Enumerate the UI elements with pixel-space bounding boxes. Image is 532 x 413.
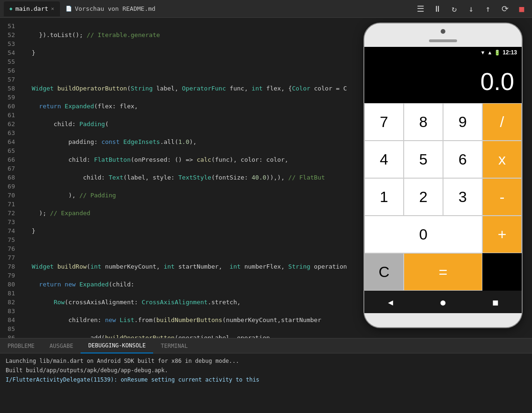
bottom-panel: PROBLEME AUSGABE DEBUGGING-KONSOLE TERMI… xyxy=(0,338,532,413)
btn-6[interactable]: 6 xyxy=(443,141,482,178)
btn-8[interactable]: 8 xyxy=(404,103,443,141)
btn-divide[interactable]: / xyxy=(482,103,522,141)
code-content[interactable]: }).toList(); // Iterable.generate } Widg… xyxy=(21,18,354,338)
phone-top xyxy=(364,23,522,47)
btn-9[interactable]: 9 xyxy=(443,103,482,141)
status-bar: ▼ ▲ 🔋 12:13 xyxy=(364,47,522,58)
bottom-content: Launching lib/main.dart on Android SDK b… xyxy=(0,353,532,413)
console-line-2: Built build/app/outputs/apk/debug/app-de… xyxy=(6,366,526,375)
line-numbers: 5152535455 5657585960 6162636465 6667686… xyxy=(0,18,21,338)
hot-reload-button[interactable]: ⟳ xyxy=(498,2,511,15)
tab-ausgabe[interactable]: AUSGABE xyxy=(42,338,81,353)
btn-multiply[interactable]: x xyxy=(482,141,522,178)
speaker xyxy=(429,39,457,42)
stop-button[interactable]: ■ xyxy=(515,2,528,15)
bottom-tabs: PROBLEME AUSGABE DEBUGGING-KONSOLE TERMI… xyxy=(0,338,532,353)
step-in-button[interactable]: ↑ xyxy=(481,2,495,15)
tab-main-dart[interactable]: ◆ main.dart ✕ xyxy=(4,1,60,16)
btn-5[interactable]: 5 xyxy=(404,141,443,178)
phone-preview: ▼ ▲ 🔋 12:13 0.0 7 8 9 / 4 xyxy=(354,18,532,338)
back-button[interactable]: ◀ xyxy=(388,297,393,307)
tab-bar: ◆ main.dart ✕ 📄 Vorschau von README.md ☰… xyxy=(0,0,532,18)
btn-2[interactable]: 2 xyxy=(404,178,443,216)
home-button[interactable]: ● xyxy=(441,297,446,307)
calc-display: 0.0 xyxy=(364,58,522,103)
calc-result: 0.0 xyxy=(372,68,514,96)
camera-icon xyxy=(441,29,445,34)
recents-button[interactable]: ■ xyxy=(493,297,498,307)
toolbar-right: ☰ ⏸ ↻ ↓ ↑ ⟳ ■ xyxy=(414,2,528,15)
tab-terminal[interactable]: TERMINAL xyxy=(153,338,195,353)
phone-bottom xyxy=(364,313,522,327)
restart-button[interactable]: ↻ xyxy=(448,2,461,15)
phone-frame: ▼ ▲ 🔋 12:13 0.0 7 8 9 / 4 xyxy=(363,23,523,328)
btn-4[interactable]: 4 xyxy=(364,141,404,178)
console-line-1: Launching lib/main.dart on Android SDK b… xyxy=(6,356,526,366)
btn-3[interactable]: 3 xyxy=(443,178,482,216)
pause-button[interactable]: ⏸ xyxy=(431,2,444,15)
btn-7[interactable]: 7 xyxy=(364,103,404,141)
battery-icon: 🔋 xyxy=(494,50,501,56)
code-editor[interactable]: 5152535455 5657585960 6162636465 6667686… xyxy=(0,18,354,338)
btn-0[interactable]: 0 xyxy=(364,216,482,253)
main-area: 5152535455 5657585960 6162636465 6667686… xyxy=(0,18,532,338)
console-line-3: I/FlutterActivityDelegate(11539): onResu… xyxy=(6,375,526,384)
phone-screen: ▼ ▲ 🔋 12:13 0.0 7 8 9 / 4 xyxy=(364,47,522,313)
btn-1[interactable]: 1 xyxy=(364,178,404,216)
btn-equals[interactable]: = xyxy=(404,253,482,291)
calc-grid: 7 8 9 / 4 5 6 x 1 2 3 - 0 + xyxy=(364,103,522,291)
btn-plus[interactable]: + xyxy=(482,216,522,253)
btn-clear[interactable]: C xyxy=(364,253,404,291)
tab-readme[interactable]: 📄 Vorschau von README.md xyxy=(60,1,161,16)
dart-icon: ◆ xyxy=(9,6,13,12)
tab-close-main[interactable]: ✕ xyxy=(51,6,54,12)
signal-icon: ▲ xyxy=(487,50,492,55)
time-display: 12:13 xyxy=(502,49,517,56)
md-icon: 📄 xyxy=(66,6,72,12)
phone-nav: ◀ ● ■ xyxy=(364,291,522,313)
tab-debugging[interactable]: DEBUGGING-KONSOLE xyxy=(81,338,153,353)
menu-button[interactable]: ☰ xyxy=(414,2,427,15)
btn-minus[interactable]: - xyxy=(482,178,522,216)
tab-probleme[interactable]: PROBLEME xyxy=(0,338,42,353)
wifi-icon: ▼ xyxy=(480,50,486,55)
step-over-button[interactable]: ↓ xyxy=(465,2,478,15)
